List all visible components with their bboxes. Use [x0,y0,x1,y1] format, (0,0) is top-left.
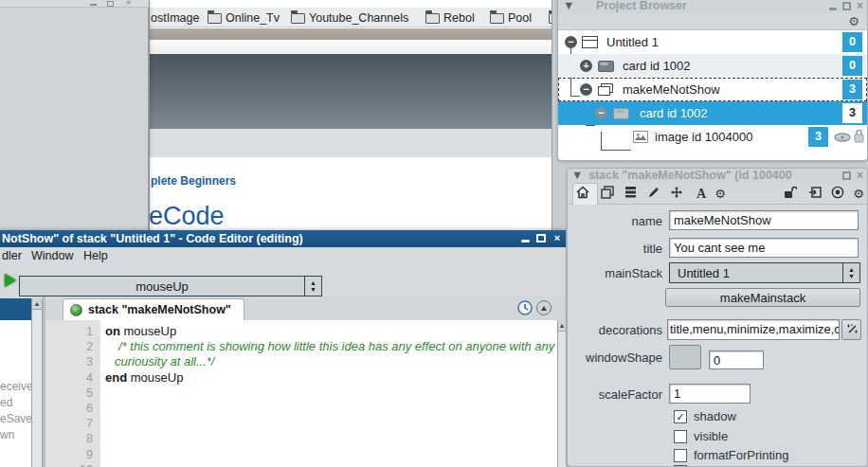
tree-row-card-1002[interactable]: + card id 1002 0 [558,54,867,78]
pages-icon[interactable] [601,186,618,202]
tree-row-card-1002-selected[interactable]: − card id 1002 3 [558,101,867,125]
magic-wand-button[interactable] [841,319,861,340]
folder-icon [291,13,305,24]
bookmark-rebol[interactable]: Rebol [425,10,475,26]
gear-icon[interactable]: ⚙ [848,15,859,27]
maximize-icon[interactable] [107,1,114,7]
project-browser-titlebar[interactable]: ▼ Project Browser × [558,0,867,13]
handler-item[interactable]: wn [0,427,31,443]
menu-help[interactable]: Help [83,249,108,262]
target-icon[interactable] [831,186,848,202]
code-scrollbar[interactable]: ▲ [557,320,566,467]
scroll-up-icon[interactable]: ▲ [32,298,42,310]
mainstack-dropdown[interactable]: Untitled 1 ▲▼ [669,262,860,283]
handler-item[interactable]: eSaved [0,411,31,427]
windowshape-swatch[interactable] [669,345,701,369]
stepper-arrows-icon[interactable]: ▲▼ [304,277,321,296]
card-icon [598,61,614,72]
tree-row-untitled-1[interactable]: − Untitled 1 0 [558,30,867,54]
stepper-arrows-icon[interactable]: ▲▼ [842,263,859,282]
title-field[interactable]: You cant see me [669,238,859,258]
script-tab-bar: stack "makeMeNotShow" [0,296,566,320]
handler-list-scrollbar[interactable]: ▲ [31,298,43,467]
handler-item[interactable]: eceived [0,379,31,395]
tree-row-makemenotshow[interactable]: − makeMeNotShow 3 [558,78,867,101]
stack-layers-icon[interactable] [624,186,642,202]
menu-window[interactable]: Window [31,249,73,262]
bookmark-label: ostImage [151,11,199,25]
handler-item[interactable]: ed [0,395,31,411]
scalefactor-field[interactable]: 1 [669,384,750,404]
handler-dropdown[interactable]: mouseUp ▲▼ [19,276,322,296]
make-mainstack-button[interactable]: makeMainstack [665,288,860,307]
minimize-icon[interactable] [521,240,530,242]
restore-icon[interactable] [842,171,851,180]
formatforprinting-checkbox[interactable]: formatForPrinting [674,448,788,462]
script-tab[interactable]: stack "makeMeNotShow" [63,298,244,320]
close-icon[interactable]: × [857,1,863,11]
handler-list-pane[interactable]: eceived ed eSaved wn [0,354,31,467]
windowshape-field[interactable]: 0 [709,350,764,369]
history-clock-icon[interactable] [517,300,533,315]
home-icon[interactable] [576,186,593,202]
send-to-back-icon[interactable] [808,186,825,202]
page-heading: eCode [149,202,225,231]
visible-eye-icon[interactable] [834,133,851,142]
close-icon[interactable]: × [552,233,562,242]
revert-icon[interactable] [536,300,552,315]
close-icon[interactable]: × [124,0,133,6]
checkbox-unchecked-icon[interactable] [674,449,687,462]
tree-row-image-1004000[interactable]: image id 1004000 3 [558,125,867,149]
chevron-down-icon[interactable]: ▼ [563,0,574,13]
name-field[interactable]: makeMeNotShow [669,210,859,230]
blank-stack-titlebar[interactable]: × [0,0,149,8]
code-editor-titlebar[interactable]: NotShow" of stack "Untitled 1" - Code Ed… [0,230,566,247]
decorations-field[interactable]: title,menu,minimize,maximize,cl [667,319,840,340]
unlock-icon[interactable] [784,186,801,202]
handler-dropdown-value: mouseUp [20,279,304,294]
count-badge: 3 [842,80,862,99]
collapse-icon[interactable]: − [595,107,607,119]
checkbox-checked-icon[interactable]: ✓ [674,410,687,423]
gear-icon[interactable]: ⚙ [850,186,867,202]
inspector-titlebar[interactable]: ▼ stack "makeMeNotShow" (id 100400 × [568,169,867,183]
bookmark-pool[interactable]: Pool [490,10,532,26]
line-number: 6 [45,401,93,416]
collapse-icon[interactable]: − [580,83,592,96]
visible-checkbox[interactable]: visible [674,429,728,443]
count-badge: 3 [808,127,828,147]
windowshape-label: windowShape [568,350,662,365]
expand-icon[interactable]: + [580,60,592,72]
desktop: ostImage Online_Tv Youtube_Channels Rebo… [0,0,868,467]
move-icon[interactable] [670,186,687,202]
title-label: title [568,242,662,256]
folder-icon [549,13,552,24]
bookmark-youtube-channels[interactable]: Youtube_Channels [291,10,408,26]
line-number: 5 [45,386,93,401]
project-browser-panel: ▼ Project Browser × ⚙ − Untitled [557,0,868,161]
tree-row-label: Untitled 1 [606,35,659,49]
close-icon[interactable]: × [857,171,863,181]
minimize-icon[interactable] [90,4,97,6]
bookmark-postimage[interactable]: ostImage [151,10,199,26]
text-style-icon[interactable]: A [693,186,710,202]
chevron-down-icon[interactable]: ▼ [571,169,583,183]
scroll-up-icon[interactable]: ▲ [558,320,566,332]
shadow-checkbox[interactable]: ✓ shadow [674,409,736,423]
handler-list-pane-top [0,320,31,354]
bookmark-partial[interactable] [549,10,552,26]
lock-icon[interactable] [854,129,864,143]
collapse-icon[interactable]: − [565,36,577,48]
minimize-icon[interactable] [829,8,837,10]
bookmark-online-tv[interactable]: Online_Tv [208,10,280,26]
line-number-gutter: 1 2 3 4 5 6 7 8 9 10 [45,320,100,467]
page-link[interactable]: plete Beginners [151,174,236,188]
gears-icon[interactable]: ⚙ [712,186,729,202]
script-editor-area[interactable]: on mouseUp /* this comment is showing ho… [100,320,557,467]
maximize-icon[interactable] [536,234,546,242]
maximize-icon[interactable] [842,2,851,10]
menu-handler-partial[interactable]: dler [2,249,22,262]
run-play-icon[interactable] [5,274,16,287]
pencil-icon[interactable] [647,186,664,202]
checkbox-unchecked-icon[interactable] [674,430,687,443]
